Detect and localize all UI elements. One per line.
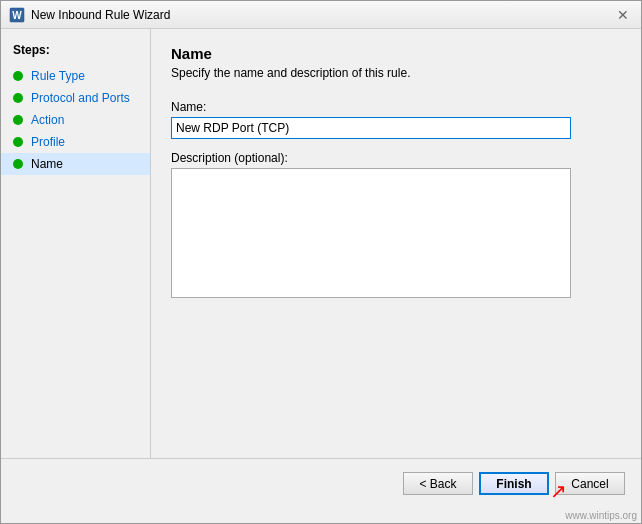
step-dot-profile — [13, 137, 23, 147]
sidebar-item-name[interactable]: Name — [1, 153, 150, 175]
steps-label: Steps: — [1, 39, 150, 65]
title-bar: W New Inbound Rule Wizard ✕ — [1, 1, 641, 29]
svg-text:W: W — [12, 10, 22, 21]
name-input[interactable] — [171, 117, 571, 139]
sidebar-item-protocol-ports[interactable]: Protocol and Ports — [1, 87, 150, 109]
sidebar-item-action[interactable]: Action — [1, 109, 150, 131]
sidebar-item-profile[interactable]: Profile — [1, 131, 150, 153]
window-icon: W — [9, 7, 25, 23]
form-area: Name: Description (optional): — [171, 100, 621, 442]
content-area: Steps: Rule Type Protocol and Ports Acti… — [1, 29, 641, 458]
sidebar-item-label: Action — [31, 113, 64, 127]
sidebar-item-label: Protocol and Ports — [31, 91, 130, 105]
finish-wrapper: Finish ↗ — [479, 472, 549, 495]
page-subtitle: Specify the name and description of this… — [171, 66, 621, 80]
sidebar-item-label: Name — [31, 157, 63, 171]
sidebar-item-label: Profile — [31, 135, 65, 149]
sidebar: Steps: Rule Type Protocol and Ports Acti… — [1, 29, 151, 458]
sidebar-item-rule-type[interactable]: Rule Type — [1, 65, 150, 87]
finish-button[interactable]: Finish — [479, 472, 549, 495]
step-dot-action — [13, 115, 23, 125]
step-dot-rule-type — [13, 71, 23, 81]
main-panel: Name Specify the name and description of… — [151, 29, 641, 458]
back-button[interactable]: < Back — [403, 472, 473, 495]
close-button[interactable]: ✕ — [613, 5, 633, 25]
description-input[interactable] — [171, 168, 571, 298]
sidebar-item-label: Rule Type — [31, 69, 85, 83]
footer: < Back Finish ↗ Cancel — [1, 458, 641, 508]
description-label: Description (optional): — [171, 151, 621, 165]
page-title: Name — [171, 45, 621, 62]
cancel-button[interactable]: Cancel — [555, 472, 625, 495]
wizard-window: W New Inbound Rule Wizard ✕ Steps: Rule … — [0, 0, 642, 524]
window-title: New Inbound Rule Wizard — [31, 8, 613, 22]
step-dot-name — [13, 159, 23, 169]
step-dot-protocol — [13, 93, 23, 103]
name-label: Name: — [171, 100, 621, 114]
watermark: www.wintips.org — [1, 508, 641, 523]
